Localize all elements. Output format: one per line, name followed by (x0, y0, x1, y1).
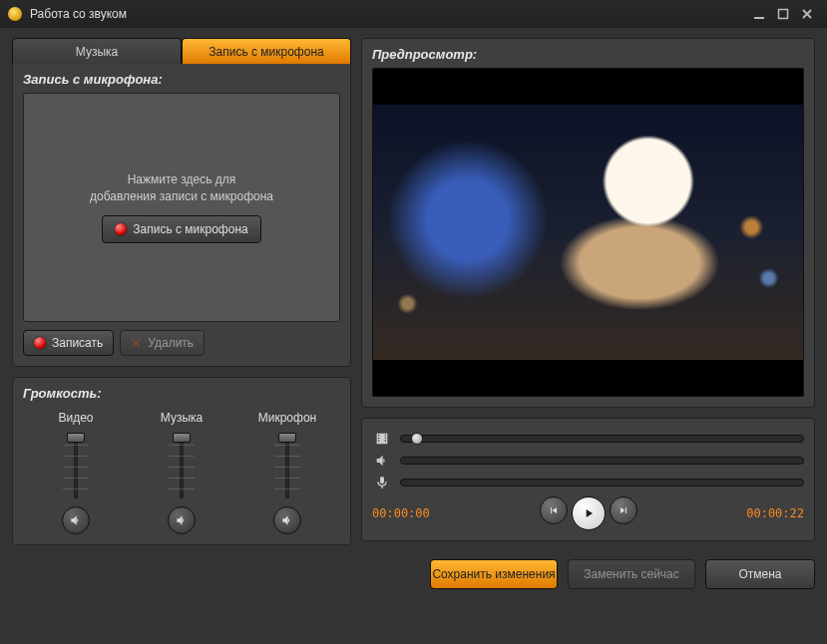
speaker-icon (372, 453, 392, 469)
titlebar: Работа со звуком (0, 0, 827, 28)
track-music (372, 453, 804, 469)
delete-button-label: Удалить (148, 336, 194, 350)
recording-drop-area[interactable]: Нажмите здесь для добавления записи с ми… (23, 93, 340, 322)
volume-music: Музыка (140, 411, 224, 534)
track-video-seek[interactable] (400, 435, 804, 443)
record-dot-icon (115, 223, 127, 235)
minimize-button[interactable] (747, 4, 771, 24)
transport-controls (430, 496, 746, 530)
source-tabs: Музыка Запись с микрофона (12, 38, 351, 64)
volume-mic-mute[interactable] (273, 506, 301, 534)
delete-x-icon: ✕ (131, 336, 142, 351)
delete-button[interactable]: ✕ Удалить (120, 330, 205, 356)
play-button[interactable] (572, 496, 606, 530)
playhead-icon[interactable] (411, 433, 423, 445)
volume-video-slider[interactable] (61, 431, 91, 500)
time-current: 00:00:00 (372, 506, 430, 520)
track-video (372, 431, 804, 447)
record-button-label: Записать (52, 336, 103, 350)
tab-microphone[interactable]: Запись с микрофона (182, 38, 351, 64)
save-button[interactable]: Сохранить изменения (430, 559, 558, 589)
volume-video-label: Видео (58, 411, 93, 425)
svg-rect-1 (779, 10, 788, 19)
record-dot-icon (34, 337, 46, 349)
volume-panel: Громкость: Видео Музыка (12, 377, 351, 545)
volume-video: Видео (34, 411, 119, 534)
recording-panel: Запись с микрофона: Нажмите здесь для до… (12, 63, 351, 367)
prev-button[interactable] (540, 496, 568, 524)
time-total: 00:00:22 (746, 506, 804, 520)
record-from-mic-button[interactable]: Запись с микрофона (102, 215, 260, 243)
close-button[interactable] (795, 4, 819, 24)
track-music-seek[interactable] (400, 457, 804, 465)
cancel-button[interactable]: Отмена (705, 559, 815, 589)
app-icon (8, 7, 22, 21)
volume-panel-title: Громкость: (23, 386, 340, 401)
preview-panel: Предпросмотр: (361, 38, 815, 408)
film-icon (372, 431, 392, 447)
volume-music-label: Музыка (161, 411, 203, 425)
volume-mic-slider[interactable] (272, 431, 302, 500)
record-from-mic-label: Запись с микрофона (133, 222, 247, 236)
tab-music[interactable]: Музыка (12, 38, 182, 64)
volume-music-mute[interactable] (168, 506, 196, 534)
preview-image (373, 105, 803, 360)
window-title: Работа со звуком (30, 7, 747, 21)
recording-panel-title: Запись с микрофона: (23, 72, 340, 87)
replace-button[interactable]: Заменить сейчас (568, 559, 695, 589)
track-mic-seek[interactable] (400, 479, 804, 486)
volume-music-slider[interactable] (167, 431, 197, 500)
volume-mic-label: Микрофон (258, 411, 316, 425)
track-mic (372, 475, 804, 490)
volume-video-mute[interactable] (62, 506, 90, 534)
maximize-button[interactable] (771, 4, 795, 24)
microphone-icon (372, 475, 392, 490)
preview-panel-title: Предпросмотр: (372, 47, 804, 62)
next-button[interactable] (610, 496, 637, 524)
svg-rect-0 (754, 17, 764, 19)
preview-viewport[interactable] (372, 68, 804, 397)
footer-buttons: Сохранить изменения Заменить сейчас Отме… (0, 553, 827, 601)
record-button[interactable]: Записать (23, 330, 114, 356)
recording-hint: Нажмите здесь для добавления записи с ми… (90, 171, 273, 205)
volume-mic: Микрофон (245, 411, 330, 534)
timeline-panel: 00:00:00 00:00:22 (361, 418, 815, 541)
